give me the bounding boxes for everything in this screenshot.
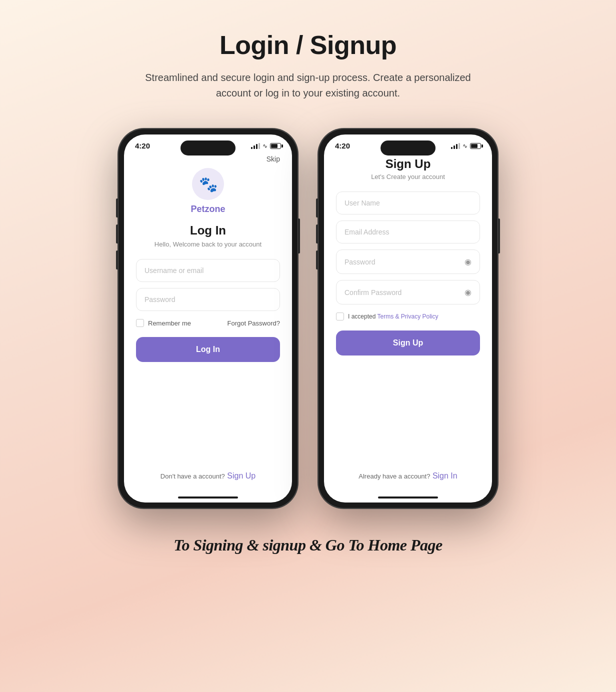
password-placeholder: Password (144, 296, 175, 304)
remember-left: Remember me (136, 319, 191, 327)
home-indicator-signup (378, 496, 438, 498)
forgot-password-link[interactable]: Forgot Password? (228, 320, 280, 327)
signup-wifi-icon: ∿ (462, 142, 468, 150)
remember-checkbox[interactable] (136, 319, 144, 327)
terms-privacy-link[interactable]: Terms & Privacy Policy (378, 313, 438, 320)
footer-text: To Signing & signup & Go To Home Page (174, 536, 442, 554)
dynamic-island-login (180, 140, 236, 156)
wifi-icon: ∿ (262, 142, 268, 150)
signup-battery-icon (470, 143, 481, 149)
login-status-icons: ∿ (251, 142, 281, 150)
signup-subtitle: Let's Create your account (336, 173, 480, 180)
signup-email-placeholder: Email Address (344, 228, 389, 236)
signup-status-time: 4:20 (335, 142, 350, 150)
skip-label[interactable]: Skip (136, 155, 280, 163)
login-bottom-link: Don't have a account? Sign Up (136, 472, 280, 484)
page-subtitle: Streamlined and secure login and sign-up… (138, 70, 478, 101)
signup-screen: 4:20 ∿ Sign Up Let's Create your account… (324, 134, 492, 502)
signal-icon (251, 143, 260, 149)
password-eye-icon[interactable]: ◉ (464, 257, 472, 266)
signup-phone: 4:20 ∿ Sign Up Let's Create your account… (318, 128, 498, 508)
signup-signal-icon (451, 143, 460, 149)
login-screen: 4:20 ∿ Skip 🐾 Pet (124, 134, 292, 502)
signup-content: Sign Up Let's Create your account User N… (324, 153, 492, 496)
login-phone: 4:20 ∿ Skip 🐾 Pet (118, 128, 298, 508)
home-indicator-login (178, 496, 238, 498)
battery-icon (270, 143, 281, 149)
signup-password-input[interactable]: Password ◉ (336, 250, 480, 274)
signup-username-placeholder: User Name (344, 199, 380, 207)
signup-bottom-text: Already have a account? (358, 472, 430, 480)
signup-confirm-placeholder: Confirm Password (344, 288, 402, 296)
remember-label: Remember me (148, 320, 191, 327)
confirm-eye-icon[interactable]: ◉ (464, 288, 472, 297)
app-name: Petzone (190, 204, 225, 214)
login-status-time: 4:20 (135, 142, 150, 150)
app-logo: 🐾 (192, 168, 224, 200)
signup-title: Sign Up (336, 157, 480, 171)
login-button[interactable]: Log In (136, 337, 280, 362)
login-title: Log In (136, 224, 280, 238)
signup-email-input[interactable]: Email Address (336, 220, 480, 244)
signup-button[interactable]: Sign Up (336, 330, 480, 356)
login-bottom-text: Don't have a account? (160, 472, 225, 480)
dynamic-island-signup (380, 140, 436, 156)
page-title: Login / Signup (220, 30, 396, 60)
login-subtitle: Hello, Welcome back to your account (136, 240, 280, 248)
password-input[interactable]: Password (136, 288, 280, 311)
signup-password-placeholder: Password (344, 258, 375, 266)
phones-container: 4:20 ∿ Skip 🐾 Pet (118, 128, 498, 508)
terms-text: I accepted Terms & Privacy Policy (348, 313, 438, 320)
username-placeholder: Username or email (144, 266, 204, 274)
terms-row: I accepted Terms & Privacy Policy (336, 312, 480, 320)
paw-icon: 🐾 (199, 176, 218, 193)
app-logo-container: 🐾 Petzone (136, 168, 280, 214)
remember-row: Remember me Forgot Password? (136, 319, 280, 327)
signup-confirm-input[interactable]: Confirm Password ◉ (336, 280, 480, 304)
signup-username-input[interactable]: User Name (336, 192, 480, 214)
signup-link[interactable]: Sign Up (227, 472, 256, 480)
login-content: Skip 🐾 Petzone Log In Hello, Welcome bac… (124, 153, 292, 496)
signup-bottom-link: Already have a account? Sign In (336, 472, 480, 484)
signup-status-icons: ∿ (451, 142, 481, 150)
signin-link[interactable]: Sign In (432, 472, 458, 480)
username-input[interactable]: Username or email (136, 259, 280, 282)
terms-checkbox[interactable] (336, 312, 344, 320)
